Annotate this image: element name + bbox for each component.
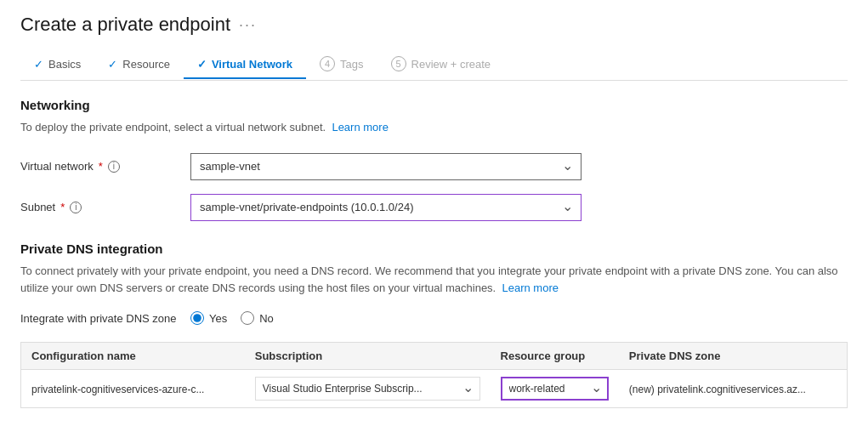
dns-radio-no[interactable]: No	[241, 311, 274, 325]
dns-description: To connect privately with your private e…	[20, 263, 848, 298]
dns-table-head: Configuration name Subscription Resource…	[21, 343, 848, 370]
tab-tags-label: Tags	[340, 58, 363, 71]
resource-group-select-wrapper: work-related	[501, 377, 609, 401]
virtual-network-row: Virtual network * i sample-vnet	[20, 153, 848, 180]
col-subscription: Subscription	[245, 343, 491, 370]
dns-zone-text: (new) privatelink.cognitiveservices.az..…	[629, 384, 806, 395]
subnet-select-wrapper: sample-vnet/private-endpoints (10.0.1.0/…	[190, 194, 582, 221]
page-title-bar: Create a private endpoint ···	[20, 14, 848, 36]
tab-basics-label: Basics	[48, 58, 81, 71]
cell-config-name: privatelink-cognitiveservices-azure-c...	[21, 370, 245, 408]
col-dns-zone: Private DNS zone	[619, 343, 848, 370]
basics-check-icon: ✓	[34, 58, 43, 71]
dns-radio-options: Yes No	[190, 311, 274, 325]
tab-tags[interactable]: 4 Tags	[306, 49, 377, 80]
dns-table: Configuration name Subscription Resource…	[20, 342, 848, 408]
page-title-dots[interactable]: ···	[239, 16, 257, 34]
review-step-circle: 5	[391, 56, 406, 71]
resource-group-select[interactable]: work-related	[501, 377, 609, 401]
tab-resource[interactable]: ✓ Resource	[94, 51, 184, 79]
networking-learn-more[interactable]: Learn more	[332, 121, 388, 134]
subnet-label: Subnet * i	[20, 201, 190, 213]
virtual-network-select-wrapper: sample-vnet	[190, 153, 582, 180]
dns-radio-yes[interactable]: Yes	[190, 311, 227, 325]
networking-section-title: Networking	[20, 98, 848, 112]
dns-radio-group: Integrate with private DNS zone Yes No	[20, 311, 848, 325]
page-title: Create a private endpoint	[20, 14, 230, 36]
vnet-check-icon: ✓	[197, 58, 207, 71]
resource-check-icon: ✓	[108, 58, 117, 71]
tab-virtual-network[interactable]: ✓ Virtual Network	[184, 51, 306, 79]
subscription-select-wrapper: Visual Studio Enterprise Subscrip...	[255, 377, 480, 401]
cell-resource-group: work-related	[491, 370, 619, 408]
subnet-required-star: *	[60, 201, 65, 213]
dns-radio-no-input[interactable]	[241, 311, 254, 325]
col-config-name: Configuration name	[21, 343, 245, 370]
dns-table-body: privatelink-cognitiveservices-azure-c...…	[21, 370, 848, 408]
subnet-row: Subnet * i sample-vnet/private-endpoints…	[20, 194, 848, 221]
subscription-select[interactable]: Visual Studio Enterprise Subscrip...	[255, 377, 480, 401]
virtual-network-select[interactable]: sample-vnet	[190, 153, 582, 180]
subnet-control: sample-vnet/private-endpoints (10.0.1.0/…	[190, 194, 582, 221]
virtual-network-control: sample-vnet	[190, 153, 582, 180]
dns-table-header-row: Configuration name Subscription Resource…	[21, 343, 848, 370]
dns-learn-more[interactable]: Learn more	[502, 281, 558, 294]
vnet-required-star: *	[99, 160, 103, 173]
tab-basics[interactable]: ✓ Basics	[20, 51, 94, 79]
col-resource-group: Resource group	[491, 343, 619, 370]
table-row: privatelink-cognitiveservices-azure-c...…	[21, 370, 848, 408]
virtual-network-label: Virtual network * i	[20, 160, 190, 173]
subnet-info-icon[interactable]: i	[70, 202, 82, 213]
tab-review-create-label: Review + create	[411, 58, 491, 71]
wizard-tabs: ✓ Basics ✓ Resource ✓ Virtual Network 4 …	[20, 49, 848, 81]
dns-radio-yes-input[interactable]	[190, 311, 204, 325]
networking-section: Networking To deploy the private endpoin…	[20, 98, 848, 221]
cell-dns-zone: (new) privatelink.cognitiveservices.az..…	[619, 370, 848, 408]
tab-resource-label: Resource	[122, 58, 170, 71]
cell-subscription: Visual Studio Enterprise Subscrip...	[245, 370, 491, 408]
vnet-info-icon[interactable]: i	[108, 161, 120, 173]
dns-section-title: Private DNS integration	[20, 242, 848, 256]
dns-integrate-label: Integrate with private DNS zone	[20, 312, 190, 325]
dns-radio-yes-label: Yes	[209, 312, 227, 325]
content-area: Networking To deploy the private endpoin…	[20, 81, 848, 425]
tab-review-create[interactable]: 5 Review + create	[377, 49, 505, 80]
dns-radio-no-label: No	[259, 312, 274, 325]
dns-section: Private DNS integration To connect priva…	[20, 242, 848, 409]
networking-description: To deploy the private endpoint, select a…	[20, 119, 848, 136]
tab-virtual-network-label: Virtual Network	[212, 58, 292, 71]
config-name-text: privatelink-cognitiveservices-azure-c...	[31, 384, 204, 395]
subnet-select[interactable]: sample-vnet/private-endpoints (10.0.1.0/…	[190, 194, 582, 221]
page-container: Create a private endpoint ··· ✓ Basics ✓…	[0, 0, 868, 432]
tags-step-circle: 4	[320, 56, 335, 71]
